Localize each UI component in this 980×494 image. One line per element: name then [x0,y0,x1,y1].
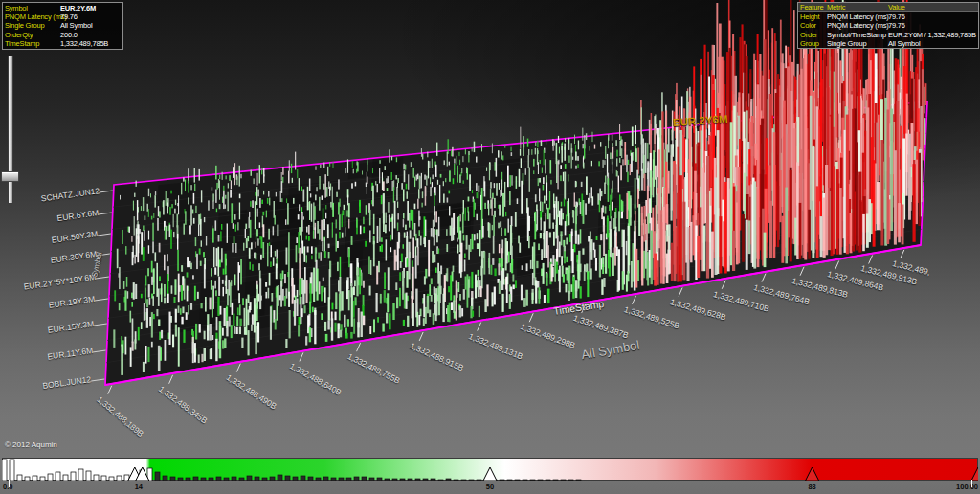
info-row: PNQM Latency (ms)79.76 [5,12,121,21]
feature-table-row: HeightPNQM Latency (ms)79.76 [798,12,978,21]
feature-table-row: OrderSymbol/TimeStampEUR.2Y6M / 1,332,48… [798,31,978,39]
scale-marker-label: 83 [803,483,822,491]
feature-mapping-panel: FeatureMetricValueHeightPNQM Latency (ms… [797,2,979,49]
scale-right-tick [971,480,972,487]
copyright-text: © 2012 Aqumin [5,440,57,449]
scale-marker-50[interactable] [483,467,497,481]
selection-info-panel: SymbolEUR.2Y.6MPNQM Latency (ms)79.76Sin… [2,2,123,50]
zoom-slider-handle[interactable] [1,171,19,182]
app-window: 1,332,488,189B1,332,488,345B1,332,488,49… [0,0,980,494]
info-row: TimeStamp1,332,489,785B [5,39,121,48]
3d-latency-landscape-viewport[interactable] [0,0,980,494]
scale-max-label: 100.00 [956,483,978,491]
feature-table-row: ColorPNQM Latency (ms)79.76 [798,21,978,30]
scale-left-tick [9,480,10,487]
info-row: SymbolEUR.2Y.6M [5,4,121,12]
info-row: Single GroupAll Symbol [5,21,121,30]
scale-marker-100[interactable] [971,467,978,481]
color-scale-histogram[interactable] [2,458,978,481]
scale-marker-label: 50 [480,483,500,491]
feature-table-header: FeatureMetricValue [798,3,978,12]
feature-table-row: GroupSingle GroupAll Symbol [798,39,978,48]
info-row: OrderQty200.0 [5,31,121,39]
scale-marker-label: 14 [129,483,148,491]
scale-marker-83[interactable] [806,467,819,481]
